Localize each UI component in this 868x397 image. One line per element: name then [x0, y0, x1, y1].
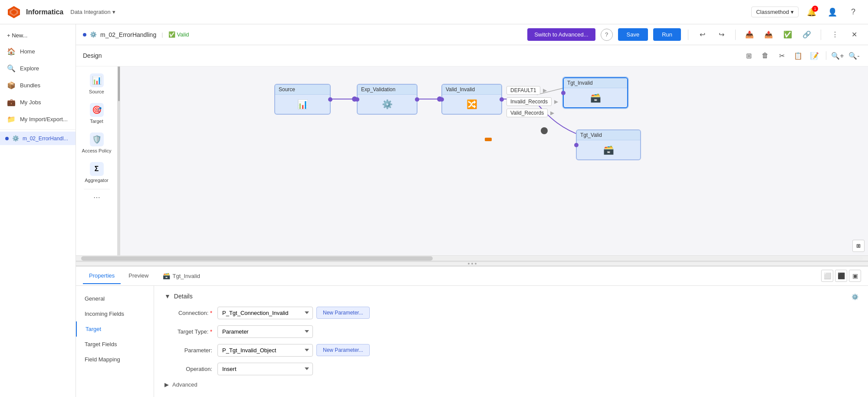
- properties-left-nav: General Incoming Fields Target Target Fi…: [76, 286, 154, 397]
- close-button[interactable]: ✕: [847, 28, 861, 42]
- design-body: 📊 Source 🎯 Target 🛡️ Access Policy Σ Agg…: [76, 66, 868, 255]
- palette-item-access-policy[interactable]: 🛡️ Access Policy: [79, 129, 114, 157]
- valid-invalid-left-port[interactable]: [440, 97, 444, 102]
- valid-invalid-right-port[interactable]: [500, 97, 504, 102]
- canvas-scroll-thumb[interactable]: [81, 256, 433, 261]
- tab-tgt-invalid[interactable]: 🗃️ Tgt_Invalid: [157, 269, 207, 283]
- app-logo[interactable]: [7, 5, 21, 19]
- new-button[interactable]: + New...: [0, 28, 76, 43]
- settings-icon[interactable]: ⚙️: [849, 291, 861, 303]
- sidebar-item-import-export[interactable]: 📁 My Import/Export...: [0, 111, 76, 128]
- mapping-icon-header: ⚙️: [90, 31, 97, 38]
- transform-palette: 📊 Source 🎯 Target 🛡️ Access Policy Σ Agg…: [76, 66, 118, 255]
- switch-advanced-button[interactable]: Switch to Advanced...: [527, 28, 595, 41]
- more-options-button[interactable]: ⋮: [828, 28, 842, 42]
- prop-nav-target-fields[interactable]: Target Fields: [76, 337, 154, 352]
- zoom-out-button[interactable]: 🔍-: [847, 49, 861, 63]
- bottom-panel: Properties Preview 🗃️ Tgt_Invalid ⬜ ⬛ ▣: [76, 266, 868, 397]
- bottom-tabs: Properties Preview 🗃️ Tgt_Invalid ⬜ ⬛ ▣: [76, 267, 868, 286]
- target-type-row: Target Type: * Parameter: [164, 325, 858, 338]
- panel-split-button[interactable]: ⬛: [835, 270, 847, 282]
- notes-button[interactable]: 📝: [808, 49, 822, 63]
- header-help-button[interactable]: ?: [601, 29, 613, 41]
- bundles-icon: 📦: [7, 81, 16, 89]
- delete-button[interactable]: 🗑: [758, 49, 772, 63]
- cut-button[interactable]: ✂: [775, 49, 789, 63]
- tab-preview[interactable]: Preview: [122, 268, 155, 284]
- canvas-nodes-area: Source 📊 Exp_Validation ⚙️: [120, 66, 868, 255]
- prop-nav-field-mapping[interactable]: Field Mapping: [76, 352, 154, 367]
- org-selector[interactable]: Classmethod ▾: [751, 7, 799, 17]
- exp-validation-node-title: Exp_Validation: [358, 85, 417, 95]
- sidebar-mapping-item[interactable]: ⚙️ m_02_ErrorHandl...: [0, 132, 76, 145]
- tgt-valid-node-title: Tgt_Valid: [577, 130, 640, 140]
- help-button[interactable]: ?: [845, 4, 861, 20]
- design-area: Design ⊞ 🗑 ✂ 📋 📝 🔍+ 🔍- 📊: [76, 45, 868, 261]
- prop-nav-incoming-fields[interactable]: Incoming Fields: [76, 306, 154, 321]
- sidebar-item-explore[interactable]: 🔍 Explore: [0, 60, 76, 77]
- target-type-select[interactable]: Parameter: [217, 325, 313, 338]
- exp-validation-node[interactable]: Exp_Validation ⚙️: [357, 84, 418, 115]
- panel-expand-button[interactable]: ⬜: [821, 270, 833, 282]
- palette-item-source[interactable]: 📊 Source: [79, 70, 114, 98]
- canvas-scrollbar-container: [76, 255, 868, 261]
- condition-default: DEFAULT1 ▶: [506, 86, 558, 95]
- exp-validation-left-port[interactable]: [355, 97, 359, 102]
- validate-button[interactable]: ✅: [781, 28, 795, 42]
- save-button[interactable]: Save: [618, 28, 648, 41]
- prop-nav-target[interactable]: Target: [76, 321, 154, 337]
- condition-valid: Valid_Records ▶: [506, 109, 558, 117]
- mapping-icon: ⚙️: [12, 135, 19, 142]
- copy-button[interactable]: 📋: [791, 49, 805, 63]
- source-node-title: Source: [275, 85, 330, 95]
- canvas-scrollbar[interactable]: [81, 256, 863, 261]
- panel-resize-handle[interactable]: [76, 261, 868, 266]
- operation-row: Operation: Insert: [164, 363, 858, 375]
- parameter-new-param-button[interactable]: New Parameter...: [316, 344, 370, 356]
- source-palette-icon: 📊: [90, 73, 104, 87]
- connection-select[interactable]: P_Tgt_Connection_Invalid: [217, 307, 313, 319]
- connection-new-param-button[interactable]: New Parameter...: [316, 307, 370, 319]
- parameter-select[interactable]: P_Tgt_Invalid_Object: [217, 344, 313, 357]
- operation-control: Insert: [217, 363, 858, 375]
- target-palette-icon: 🎯: [90, 103, 104, 117]
- operation-select[interactable]: Insert: [217, 363, 313, 375]
- notifications-button[interactable]: 🔔 1: [804, 4, 819, 20]
- grid-view-button[interactable]: ⊞: [742, 49, 756, 63]
- palette-item-aggregator[interactable]: Σ Aggregator: [79, 159, 114, 186]
- run-button[interactable]: Run: [653, 28, 681, 41]
- source-node-right-port[interactable]: [328, 97, 332, 102]
- sidebar: + New... 🏠 Home 🔍 Explore 📦 Bundles 💼 My…: [0, 24, 76, 397]
- share-button[interactable]: 🔗: [800, 28, 814, 42]
- user-profile-button[interactable]: 👤: [825, 4, 840, 20]
- source-node[interactable]: Source 📊: [274, 84, 331, 115]
- redo-button[interactable]: ↪: [714, 28, 728, 42]
- tab-properties[interactable]: Properties: [83, 268, 121, 284]
- exp-validation-right-port[interactable]: [415, 97, 419, 102]
- panel-collapse-button[interactable]: ▣: [849, 270, 861, 282]
- tgt-invalid-left-port[interactable]: [561, 91, 566, 95]
- undo-button[interactable]: ↩: [695, 28, 709, 42]
- source-palette-label: Source: [89, 89, 104, 94]
- export-button[interactable]: 📤: [762, 28, 776, 42]
- tgt-valid-node[interactable]: Tgt_Valid 🗃️: [576, 129, 641, 160]
- zoom-in-button[interactable]: 🔍+: [831, 49, 845, 63]
- sidebar-item-home[interactable]: 🏠 Home: [0, 43, 76, 60]
- tgt-valid-left-port[interactable]: [574, 143, 579, 147]
- prop-nav-general[interactable]: General: [76, 291, 154, 306]
- sidebar-item-bundles[interactable]: 📦 Bundles: [0, 77, 76, 94]
- check-icon: ✅: [168, 31, 175, 38]
- advanced-section[interactable]: ▶ Advanced: [164, 381, 858, 388]
- minimap-button[interactable]: ⊞: [852, 240, 865, 252]
- access-policy-palette-label: Access Policy: [82, 148, 112, 153]
- palette-item-target[interactable]: 🎯 Target: [79, 99, 114, 127]
- tgt-invalid-node[interactable]: Tgt_Invalid 🗃️: [563, 77, 628, 108]
- details-section-header[interactable]: ▼ Details: [164, 293, 858, 300]
- app-subtitle[interactable]: Data Integration ▾: [70, 9, 115, 15]
- sidebar-item-my-jobs[interactable]: 💼 My Jobs: [0, 94, 76, 111]
- palette-more-button[interactable]: ⋯: [90, 192, 104, 202]
- palette-scroll-thumb: [118, 66, 120, 101]
- valid-invalid-node[interactable]: Valid_Invalid 🔀: [441, 84, 502, 115]
- import-button[interactable]: 📥: [743, 28, 756, 42]
- mapping-title-area: ⚙️ m_02_ErrorHandling | ✅ Valid: [83, 31, 189, 38]
